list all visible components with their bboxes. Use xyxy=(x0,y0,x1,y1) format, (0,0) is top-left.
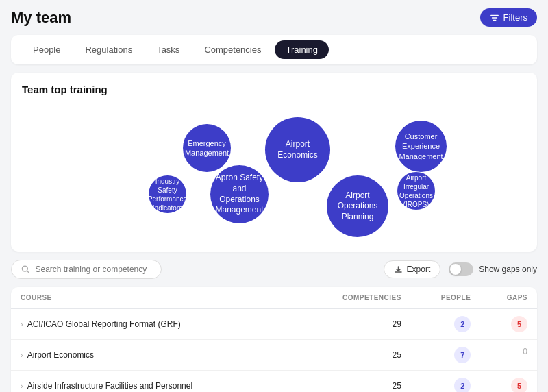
export-button[interactable]: Export xyxy=(384,260,441,278)
table-body: ›ACI/ICAO Global Reporting Format (GRF)2… xyxy=(11,309,537,393)
bubble-5: Customer Experience Management xyxy=(395,121,447,172)
toolbar-right: Export Show gaps only xyxy=(384,260,537,278)
bubble-3: Airport Economics xyxy=(265,117,330,182)
bubble-0: Emergency Management xyxy=(183,124,231,172)
row-chevron[interactable]: › xyxy=(21,382,23,390)
bubble-1: Industry Safety Performance Indicators xyxy=(149,175,186,213)
table-card: COURSE COMPETENCIES PEOPLE GAPS ›ACI/ICA… xyxy=(11,287,537,392)
people-badge: 7 xyxy=(454,347,471,363)
search-input[interactable] xyxy=(35,265,151,274)
tab-tasks[interactable]: Tasks xyxy=(146,40,190,59)
chart-title: Team top training xyxy=(22,84,526,95)
cell-course: ›Airside Infrastructure Facilities and P… xyxy=(11,371,300,393)
gaps-badge: 5 xyxy=(511,378,527,392)
page-header: My team Filters xyxy=(11,8,537,27)
show-gaps-toggle-wrap: Show gaps only xyxy=(449,262,537,276)
download-icon xyxy=(394,265,403,274)
people-badge: 2 xyxy=(454,378,471,392)
gaps-zero: 0 xyxy=(523,347,527,356)
col-competencies: COMPETENCIES xyxy=(300,287,411,309)
table-row[interactable]: ›Airside Infrastructure Facilities and P… xyxy=(11,371,537,393)
filter-icon xyxy=(490,13,499,23)
svg-line-1 xyxy=(27,271,29,273)
filters-button[interactable]: Filters xyxy=(480,8,537,27)
cell-people: 7 xyxy=(411,340,480,371)
show-gaps-toggle[interactable] xyxy=(449,262,473,276)
tab-competencies[interactable]: Competencies xyxy=(193,40,272,59)
cell-competencies: 29 xyxy=(300,309,411,340)
row-chevron[interactable]: › xyxy=(21,320,23,328)
bubble-chart: Emergency ManagementIndustry Safety Perf… xyxy=(22,103,526,241)
cell-people: 2 xyxy=(411,371,480,393)
table-row[interactable]: ›ACI/ICAO Global Reporting Format (GRF)2… xyxy=(11,309,537,340)
gaps-badge: 5 xyxy=(511,316,527,332)
cell-gaps: 0 xyxy=(480,340,537,363)
bubble-6: Airport Irregular Operations (IROPS) xyxy=(397,172,435,210)
toolbar: Export Show gaps only xyxy=(11,260,537,279)
table-row[interactable]: ›Airport Economics2570 xyxy=(11,340,537,371)
cell-course: ›ACI/ICAO Global Reporting Format (GRF) xyxy=(11,309,300,340)
toggle-knob xyxy=(450,264,461,275)
courses-table: COURSE COMPETENCIES PEOPLE GAPS ›ACI/ICA… xyxy=(11,287,537,392)
cell-gaps: 5 xyxy=(480,371,537,393)
search-box[interactable] xyxy=(11,260,162,279)
cell-gaps: 5 xyxy=(480,309,537,340)
search-icon xyxy=(21,265,29,274)
cell-competencies: 25 xyxy=(300,371,411,393)
col-gaps: GAPS xyxy=(480,287,537,309)
tab-training[interactable]: Training xyxy=(275,40,328,59)
page-title: My team xyxy=(11,9,71,27)
bubble-2: Apron Safety and Operations Management xyxy=(210,165,269,223)
tabs-bar: People Regulations Tasks Competencies Tr… xyxy=(11,35,537,64)
cell-people: 2 xyxy=(411,309,480,340)
show-gaps-label: Show gaps only xyxy=(479,265,537,274)
row-chevron[interactable]: › xyxy=(21,351,23,359)
col-course: COURSE xyxy=(11,287,300,309)
chart-card: Team top training Emergency ManagementIn… xyxy=(11,73,537,252)
bubble-4: Airport Operations Planning xyxy=(327,175,388,237)
tab-people[interactable]: People xyxy=(22,40,71,59)
page: My team Filters People Regulations Tasks… xyxy=(0,0,548,392)
people-badge: 2 xyxy=(454,316,471,332)
cell-course: ›Airport Economics xyxy=(11,340,300,371)
tab-regulations[interactable]: Regulations xyxy=(74,40,143,59)
export-label: Export xyxy=(407,265,431,274)
table-header-row: COURSE COMPETENCIES PEOPLE GAPS xyxy=(11,287,537,309)
cell-competencies: 25 xyxy=(300,340,411,371)
col-people: PEOPLE xyxy=(411,287,480,309)
